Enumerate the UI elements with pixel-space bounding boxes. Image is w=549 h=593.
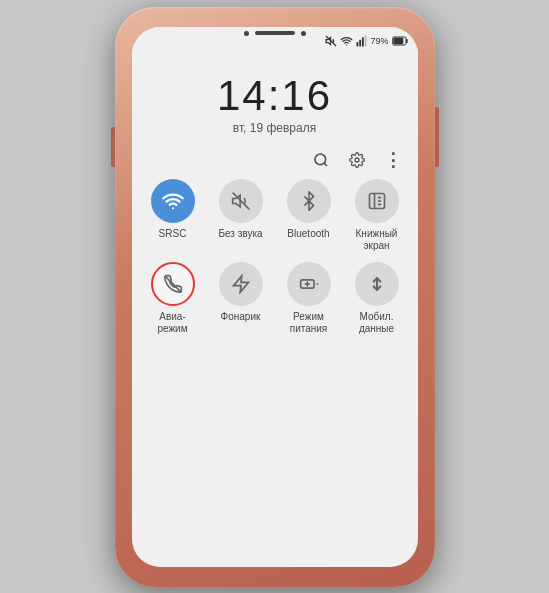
qs-tile-bluetooth[interactable]: Bluetooth bbox=[280, 179, 338, 252]
quick-settings-grid: SRSC Без звука bbox=[132, 175, 418, 345]
date-display: вт, 19 февраля bbox=[233, 121, 316, 135]
qs-tile-airplane[interactable]: Авиа-режим bbox=[144, 262, 202, 335]
qs-tile-book[interactable]: Книжныйэкран bbox=[348, 179, 406, 252]
qs-icon-wifi bbox=[151, 179, 195, 223]
svg-rect-4 bbox=[365, 35, 367, 46]
front-camera bbox=[301, 31, 306, 36]
settings-button[interactable] bbox=[346, 149, 368, 171]
svg-rect-6 bbox=[406, 39, 408, 43]
mute-icon bbox=[325, 35, 337, 47]
speaker-bar bbox=[255, 31, 295, 35]
svg-rect-12 bbox=[369, 193, 384, 208]
signal-icon bbox=[356, 35, 367, 47]
phone-frame: 79% 14:16 вт, 19 февраля bbox=[115, 7, 435, 587]
svg-point-10 bbox=[355, 158, 359, 162]
svg-line-9 bbox=[324, 163, 327, 166]
qs-icon-flashlight bbox=[219, 262, 263, 306]
time-display: 14:16 bbox=[217, 75, 332, 117]
qs-label-battery-save: Режимпитания bbox=[290, 311, 328, 335]
qs-icon-mute bbox=[219, 179, 263, 223]
battery-text: 79% bbox=[370, 36, 388, 46]
qs-tile-flashlight[interactable]: Фонарик bbox=[212, 262, 270, 335]
wifi-status-icon bbox=[340, 35, 353, 47]
search-button[interactable] bbox=[310, 149, 332, 171]
camera-area bbox=[244, 31, 306, 36]
qs-tile-mute[interactable]: Без звука bbox=[212, 179, 270, 252]
phone-screen: 79% 14:16 вт, 19 февраля bbox=[132, 27, 418, 567]
status-icons: 79% bbox=[325, 35, 407, 47]
qs-icon-mobile-data bbox=[355, 262, 399, 306]
toolbar-row: ⋮ bbox=[132, 145, 418, 175]
more-button[interactable]: ⋮ bbox=[382, 149, 404, 171]
qs-label-airplane: Авиа-режим bbox=[157, 311, 187, 335]
qs-label-mute: Без звука bbox=[218, 228, 262, 240]
battery-icon bbox=[392, 36, 408, 46]
qs-tile-battery-save[interactable]: Режимпитания bbox=[280, 262, 338, 335]
qs-icon-airplane bbox=[151, 262, 195, 306]
qs-tile-wifi[interactable]: SRSC bbox=[144, 179, 202, 252]
svg-marker-14 bbox=[233, 275, 248, 292]
qs-icon-battery-save bbox=[287, 262, 331, 306]
qs-tile-mobile-data[interactable]: Мобил.данные bbox=[348, 262, 406, 335]
svg-point-8 bbox=[315, 154, 326, 165]
svg-rect-2 bbox=[360, 39, 362, 46]
qs-label-flashlight: Фонарик bbox=[221, 311, 261, 323]
qs-icon-book bbox=[355, 179, 399, 223]
qs-label-mobile-data: Мобил.данные bbox=[359, 311, 394, 335]
qs-label-wifi: SRSC bbox=[159, 228, 187, 240]
time-section: 14:16 вт, 19 февраля bbox=[132, 55, 418, 145]
camera-dot bbox=[244, 31, 249, 36]
qs-label-book: Книжныйэкран bbox=[356, 228, 398, 252]
qs-icon-bluetooth bbox=[287, 179, 331, 223]
qs-label-bluetooth: Bluetooth bbox=[287, 228, 329, 240]
svg-rect-3 bbox=[362, 37, 364, 46]
svg-rect-1 bbox=[357, 41, 359, 46]
svg-rect-7 bbox=[393, 37, 403, 44]
